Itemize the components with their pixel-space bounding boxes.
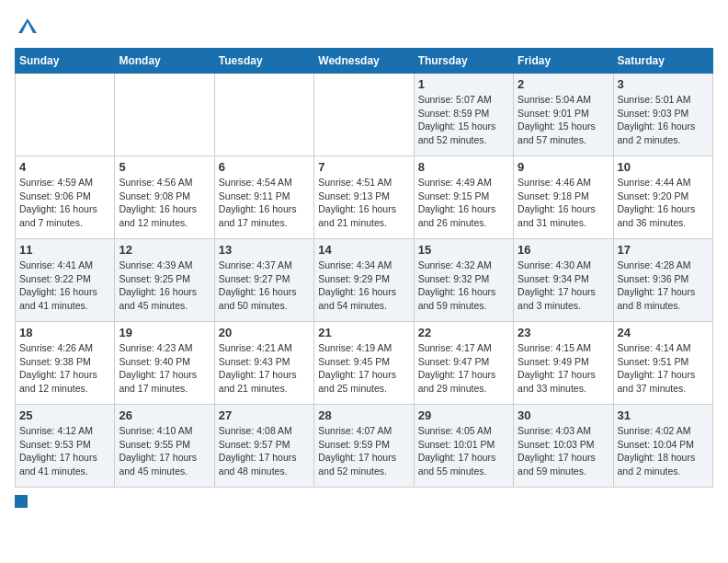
calendar-day-cell	[314, 74, 414, 156]
day-number: 22	[418, 326, 509, 339]
logo	[15, 15, 42, 40]
calendar-day-header: Saturday	[613, 49, 712, 74]
calendar-week-row: 18Sunrise: 4:26 AM Sunset: 9:38 PM Dayli…	[16, 322, 713, 405]
day-number: 14	[318, 243, 409, 257]
day-number: 18	[19, 326, 110, 339]
calendar-day-cell: 18Sunrise: 4:26 AM Sunset: 9:38 PM Dayli…	[16, 322, 115, 405]
day-number: 31	[618, 408, 709, 422]
day-info: Sunrise: 4:26 AM Sunset: 9:38 PM Dayligh…	[19, 341, 110, 396]
day-info: Sunrise: 4:08 AM Sunset: 9:57 PM Dayligh…	[219, 424, 310, 478]
day-number: 24	[618, 326, 709, 339]
day-info: Sunrise: 4:07 AM Sunset: 9:59 PM Dayligh…	[318, 424, 409, 478]
calendar-day-cell: 24Sunrise: 4:14 AM Sunset: 9:51 PM Dayli…	[613, 322, 712, 405]
day-info: Sunrise: 4:10 AM Sunset: 9:55 PM Dayligh…	[119, 424, 210, 478]
calendar-day-cell	[214, 74, 313, 156]
day-info: Sunrise: 5:04 AM Sunset: 9:01 PM Dayligh…	[518, 93, 609, 147]
day-info: Sunrise: 4:51 AM Sunset: 9:13 PM Dayligh…	[318, 176, 409, 230]
day-number: 15	[418, 243, 509, 257]
calendar-day-cell: 10Sunrise: 4:44 AM Sunset: 9:20 PM Dayli…	[613, 156, 712, 239]
day-number: 3	[618, 77, 709, 91]
day-info: Sunrise: 4:30 AM Sunset: 9:34 PM Dayligh…	[518, 259, 609, 313]
day-info: Sunrise: 4:21 AM Sunset: 9:43 PM Dayligh…	[219, 341, 310, 396]
calendar-day-cell	[115, 74, 214, 156]
calendar-day-cell: 8Sunrise: 4:49 AM Sunset: 9:15 PM Daylig…	[414, 156, 513, 239]
calendar-day-cell: 14Sunrise: 4:34 AM Sunset: 9:29 PM Dayli…	[314, 239, 414, 322]
day-number: 5	[119, 160, 210, 174]
calendar-day-cell: 28Sunrise: 4:07 AM Sunset: 9:59 PM Dayli…	[314, 405, 414, 488]
day-number: 26	[119, 408, 210, 422]
calendar-day-cell: 21Sunrise: 4:19 AM Sunset: 9:45 PM Dayli…	[314, 322, 414, 405]
calendar-week-row: 25Sunrise: 4:12 AM Sunset: 9:53 PM Dayli…	[16, 405, 713, 488]
day-info: Sunrise: 4:17 AM Sunset: 9:47 PM Dayligh…	[418, 341, 509, 396]
calendar-day-cell: 31Sunrise: 4:02 AM Sunset: 10:04 PM Dayl…	[613, 405, 712, 488]
calendar-day-cell: 5Sunrise: 4:56 AM Sunset: 9:08 PM Daylig…	[115, 156, 214, 239]
day-number: 6	[219, 160, 310, 174]
page-header	[15, 15, 713, 40]
day-number: 12	[119, 243, 210, 257]
calendar-day-cell: 17Sunrise: 4:28 AM Sunset: 9:36 PM Dayli…	[613, 239, 712, 322]
calendar-day-header: Wednesday	[314, 49, 414, 74]
day-number: 13	[219, 243, 310, 257]
day-info: Sunrise: 4:49 AM Sunset: 9:15 PM Dayligh…	[418, 176, 509, 230]
day-info: Sunrise: 4:46 AM Sunset: 9:18 PM Dayligh…	[518, 176, 609, 230]
day-info: Sunrise: 4:39 AM Sunset: 9:25 PM Dayligh…	[119, 259, 210, 313]
calendar-day-cell: 26Sunrise: 4:10 AM Sunset: 9:55 PM Dayli…	[115, 405, 214, 488]
calendar-day-cell: 20Sunrise: 4:21 AM Sunset: 9:43 PM Dayli…	[214, 322, 313, 405]
day-number: 20	[219, 326, 310, 339]
calendar-day-cell: 7Sunrise: 4:51 AM Sunset: 9:13 PM Daylig…	[314, 156, 414, 239]
calendar-day-header: Tuesday	[214, 49, 313, 74]
calendar-day-cell: 16Sunrise: 4:30 AM Sunset: 9:34 PM Dayli…	[514, 239, 613, 322]
day-number: 28	[318, 408, 409, 422]
day-number: 1	[418, 77, 509, 91]
calendar-day-header: Monday	[115, 49, 214, 74]
day-info: Sunrise: 4:02 AM Sunset: 10:04 PM Daylig…	[618, 424, 709, 478]
calendar-day-cell: 4Sunrise: 4:59 AM Sunset: 9:06 PM Daylig…	[16, 156, 115, 239]
day-info: Sunrise: 4:23 AM Sunset: 9:40 PM Dayligh…	[119, 341, 210, 396]
day-info: Sunrise: 4:28 AM Sunset: 9:36 PM Dayligh…	[618, 259, 709, 313]
calendar-day-cell: 3Sunrise: 5:01 AM Sunset: 9:03 PM Daylig…	[613, 74, 712, 156]
day-number: 10	[618, 160, 709, 174]
day-info: Sunrise: 4:19 AM Sunset: 9:45 PM Dayligh…	[318, 341, 409, 396]
calendar-day-cell: 2Sunrise: 5:04 AM Sunset: 9:01 PM Daylig…	[514, 74, 613, 156]
calendar-day-cell: 6Sunrise: 4:54 AM Sunset: 9:11 PM Daylig…	[214, 156, 313, 239]
day-number: 27	[219, 408, 310, 422]
day-info: Sunrise: 4:15 AM Sunset: 9:49 PM Dayligh…	[518, 341, 609, 396]
day-number: 29	[418, 408, 509, 422]
day-number: 9	[518, 160, 609, 174]
calendar-table: SundayMondayTuesdayWednesdayThursdayFrid…	[15, 48, 713, 488]
calendar-day-cell: 22Sunrise: 4:17 AM Sunset: 9:47 PM Dayli…	[414, 322, 513, 405]
day-info: Sunrise: 4:59 AM Sunset: 9:06 PM Dayligh…	[19, 176, 110, 230]
day-number: 7	[318, 160, 409, 174]
day-number: 19	[119, 326, 210, 339]
day-number: 25	[19, 408, 110, 422]
day-info: Sunrise: 4:54 AM Sunset: 9:11 PM Dayligh…	[219, 176, 310, 230]
calendar-day-cell: 19Sunrise: 4:23 AM Sunset: 9:40 PM Dayli…	[115, 322, 214, 405]
calendar-day-header: Sunday	[16, 49, 115, 74]
calendar-day-header: Thursday	[414, 49, 513, 74]
calendar-day-cell: 23Sunrise: 4:15 AM Sunset: 9:49 PM Dayli…	[514, 322, 613, 405]
day-number: 16	[518, 243, 609, 257]
calendar-header-row: SundayMondayTuesdayWednesdayThursdayFrid…	[16, 49, 713, 74]
legend-color-box	[15, 495, 28, 508]
day-number: 4	[19, 160, 110, 174]
calendar-week-row: 1Sunrise: 5:07 AM Sunset: 8:59 PM Daylig…	[16, 74, 713, 156]
day-number: 23	[518, 326, 609, 339]
day-info: Sunrise: 4:14 AM Sunset: 9:51 PM Dayligh…	[618, 341, 709, 396]
day-info: Sunrise: 4:34 AM Sunset: 9:29 PM Dayligh…	[318, 259, 409, 313]
day-number: 8	[418, 160, 509, 174]
calendar-day-cell	[16, 74, 115, 156]
day-info: Sunrise: 4:41 AM Sunset: 9:22 PM Dayligh…	[19, 259, 110, 313]
day-info: Sunrise: 4:05 AM Sunset: 10:01 PM Daylig…	[418, 424, 509, 478]
calendar-day-cell: 30Sunrise: 4:03 AM Sunset: 10:03 PM Dayl…	[514, 405, 613, 488]
calendar-day-cell: 12Sunrise: 4:39 AM Sunset: 9:25 PM Dayli…	[115, 239, 214, 322]
day-info: Sunrise: 4:32 AM Sunset: 9:32 PM Dayligh…	[418, 259, 509, 313]
calendar-week-row: 4Sunrise: 4:59 AM Sunset: 9:06 PM Daylig…	[16, 156, 713, 239]
calendar-day-cell: 15Sunrise: 4:32 AM Sunset: 9:32 PM Dayli…	[414, 239, 513, 322]
day-info: Sunrise: 4:03 AM Sunset: 10:03 PM Daylig…	[518, 424, 609, 478]
logo-icon	[15, 15, 40, 40]
calendar-footer	[15, 495, 713, 508]
day-info: Sunrise: 4:56 AM Sunset: 9:08 PM Dayligh…	[119, 176, 210, 230]
calendar-day-cell: 11Sunrise: 4:41 AM Sunset: 9:22 PM Dayli…	[16, 239, 115, 322]
day-info: Sunrise: 4:44 AM Sunset: 9:20 PM Dayligh…	[618, 176, 709, 230]
day-number: 30	[518, 408, 609, 422]
